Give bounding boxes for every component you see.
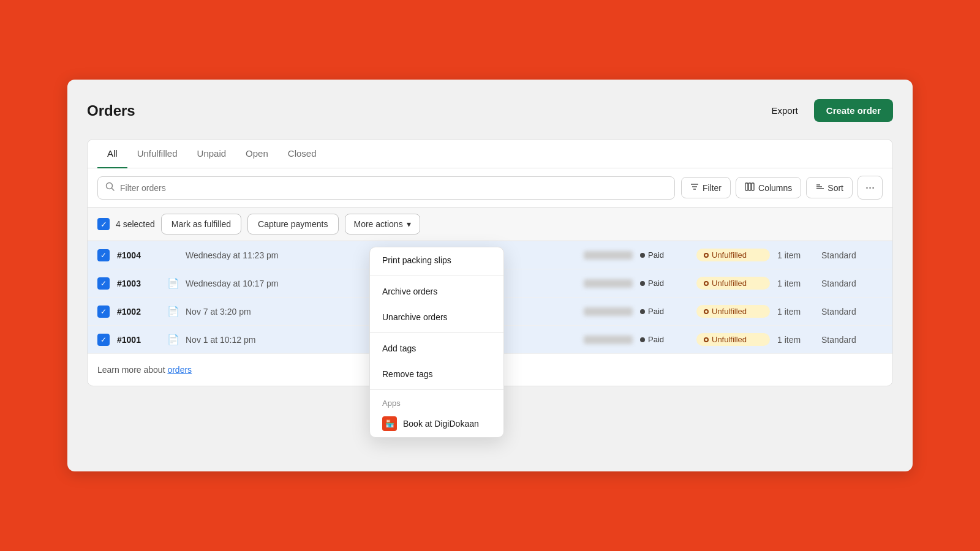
orders-link[interactable]: orders	[167, 365, 192, 375]
fulfillment-dot-1003	[704, 281, 709, 286]
columns-label: Columns	[758, 183, 792, 193]
dropdown-item-add-tags[interactable]: Add tags	[370, 335, 503, 361]
dropdown-section-apps: Apps	[370, 392, 503, 410]
shipping-1002: Standard	[821, 307, 883, 317]
capture-payments-button[interactable]: Capture payments	[247, 214, 338, 234]
toolbar: Filter Columns Sort ···	[88, 168, 892, 208]
note-icon-1002: 📄	[167, 305, 178, 317]
mark-fulfilled-button[interactable]: Mark as fulfilled	[161, 214, 241, 234]
filter-button[interactable]: Filter	[681, 177, 731, 198]
tab-open[interactable]: Open	[236, 140, 278, 168]
payment-badge-1002: Paid	[640, 307, 689, 316]
more-actions-label: More actions	[354, 219, 403, 229]
columns-icon	[745, 182, 755, 193]
payment-badge-1001: Paid	[640, 335, 689, 344]
bulk-select-checkbox[interactable]: ✓	[97, 218, 110, 230]
item-count-1002: 1 item	[777, 307, 814, 317]
svg-rect-5	[745, 183, 748, 190]
filter-label: Filter	[703, 183, 722, 193]
svg-rect-6	[748, 183, 751, 190]
bulk-action-bar: ✓ 4 selected Mark as fulfilled Capture p…	[88, 208, 892, 241]
more-actions-button[interactable]: More actions ▾	[345, 214, 420, 234]
row-checkbox-1003[interactable]: ✓	[97, 277, 110, 290]
dropdown-item-print[interactable]: Print packing slips	[370, 247, 503, 273]
search-icon	[105, 182, 115, 194]
payment-dot-1003	[640, 281, 645, 286]
search-input[interactable]	[120, 183, 667, 193]
header-actions: Export Create order	[763, 99, 893, 122]
sort-button[interactable]: Sort	[806, 177, 853, 198]
order-id-1003: #1003	[117, 279, 160, 288]
sort-icon	[815, 182, 824, 193]
row-checkbox-1001[interactable]: ✓	[97, 334, 110, 346]
order-id-1001: #1001	[117, 335, 160, 345]
fulfillment-badge-1003: Unfulfilled	[696, 277, 770, 290]
tab-unpaid[interactable]: Unpaid	[187, 140, 236, 168]
fulfillment-badge-1004: Unfulfilled	[696, 249, 770, 261]
chevron-down-icon: ▾	[407, 219, 411, 229]
customer-name-1001	[584, 335, 633, 344]
fulfillment-dot-1002	[704, 309, 709, 314]
selected-count-label: 4 selected	[116, 219, 155, 229]
dropdown-item-remove-tags[interactable]: Remove tags	[370, 361, 503, 387]
dropdown-item-digidokaan[interactable]: 🏪 Book at DigiDokaan	[370, 410, 503, 437]
create-order-button[interactable]: Create order	[814, 99, 893, 122]
item-count-1001: 1 item	[777, 335, 814, 345]
more-toolbar-button[interactable]: ···	[858, 176, 883, 200]
item-count-1004: 1 item	[777, 250, 814, 260]
dropdown-item-unarchive[interactable]: Unarchive orders	[370, 304, 503, 330]
tab-unfulfilled[interactable]: Unfulfilled	[127, 140, 187, 168]
note-icon-1003: 📄	[167, 277, 178, 289]
toolbar-right: Filter Columns Sort ···	[681, 176, 883, 200]
payment-dot-1001	[640, 337, 645, 342]
payment-dot-1002	[640, 309, 645, 314]
main-card: Orders Export Create order All Unfulfill…	[67, 80, 913, 471]
payment-badge-1004: Paid	[640, 250, 689, 260]
shipping-1001: Standard	[821, 335, 883, 345]
item-count-1003: 1 item	[777, 279, 814, 288]
dropdown-item-archive[interactable]: Archive orders	[370, 279, 503, 304]
content-card: All Unfulfilled Unpaid Open Closed	[87, 139, 893, 386]
page-title: Orders	[87, 102, 135, 119]
page-header: Orders Export Create order	[87, 99, 893, 122]
fulfillment-badge-1001: Unfulfilled	[696, 333, 770, 346]
dropdown-divider	[370, 332, 503, 333]
search-box	[97, 176, 675, 200]
row-checkbox-1004[interactable]: ✓	[97, 249, 110, 261]
note-icon-1001: 📄	[167, 334, 178, 345]
filter-icon	[690, 182, 699, 193]
dropdown-divider	[370, 389, 503, 390]
more-actions-dropdown: Print packing slips Archive orders Unarc…	[369, 247, 504, 438]
customer-name-1002	[584, 307, 633, 316]
customer-name-1003	[584, 279, 633, 288]
svg-line-1	[112, 188, 115, 190]
sort-label: Sort	[827, 183, 843, 193]
dropdown-overlay: Print packing slips Archive orders Unarc…	[369, 247, 504, 438]
row-checkbox-1002[interactable]: ✓	[97, 305, 110, 318]
fulfillment-badge-1002: Unfulfilled	[696, 305, 770, 318]
tab-all[interactable]: All	[97, 140, 127, 168]
order-id-1002: #1002	[117, 307, 160, 317]
fulfillment-dot-1001	[704, 337, 709, 342]
shipping-1003: Standard	[821, 279, 883, 288]
columns-button[interactable]: Columns	[736, 177, 801, 198]
dropdown-divider	[370, 276, 503, 276]
tab-closed[interactable]: Closed	[278, 140, 326, 168]
payment-badge-1003: Paid	[640, 279, 689, 288]
payment-dot-1004	[640, 253, 645, 258]
fulfillment-dot-1004	[704, 253, 709, 258]
customer-name-1004	[584, 251, 633, 260]
digidokaan-icon: 🏪	[382, 416, 397, 431]
export-button[interactable]: Export	[763, 100, 806, 121]
order-id-1004: #1004	[117, 250, 160, 260]
shipping-1004: Standard	[821, 250, 883, 260]
svg-rect-7	[752, 183, 754, 190]
tabs-bar: All Unfulfilled Unpaid Open Closed	[88, 140, 892, 168]
